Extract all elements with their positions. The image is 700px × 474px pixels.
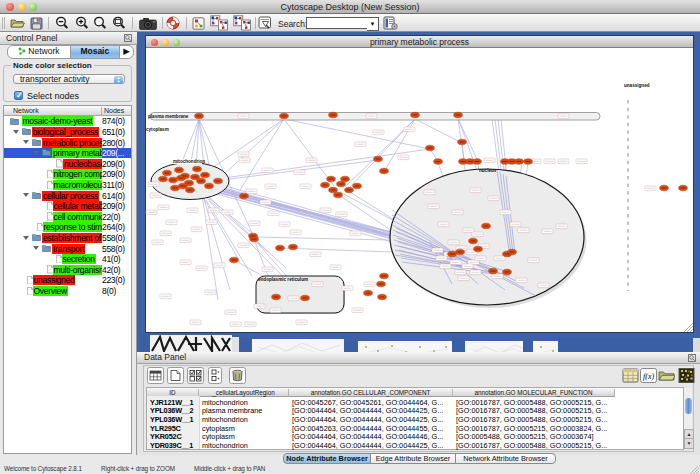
- svg-text:cytoplasm: cytoplasm: [146, 127, 169, 132]
- svg-text:endoplasmic reticulum: endoplasmic reticulum: [258, 277, 308, 282]
- svg-text:f(x): f(x): [643, 372, 654, 381]
- svg-text:unassigned: unassigned: [624, 83, 650, 88]
- svg-text:plasma membrane: plasma membrane: [148, 114, 189, 119]
- svg-text:mitochondrion: mitochondrion: [173, 159, 205, 164]
- svg-text:nucleus: nucleus: [479, 168, 497, 173]
